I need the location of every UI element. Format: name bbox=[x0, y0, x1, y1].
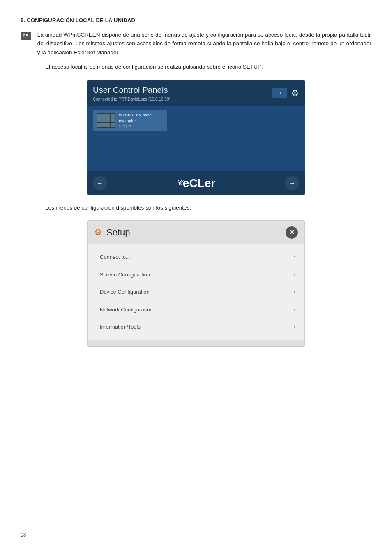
ucp-footer: ← 𝒞 eCLer → bbox=[87, 171, 305, 195]
menu-item-connect-arrow: › bbox=[294, 253, 295, 261]
menu-item-screen-config-label: Screen Configuration bbox=[100, 271, 150, 279]
section-heading: 5. CONFIGURACIÓN LOCAL DE LA UNIDAD bbox=[21, 16, 371, 25]
ucp-next-arrow[interactable]: → bbox=[285, 176, 299, 190]
thumb-cell bbox=[101, 118, 106, 122]
menu-item-network-config-label: Network Configuration bbox=[100, 306, 153, 314]
ucp-forward-icon[interactable]: → bbox=[272, 88, 287, 98]
ecler-logo: 𝒞 eCLer bbox=[177, 175, 215, 192]
setup-header-left: ⚙ Setup bbox=[94, 226, 130, 239]
setup-header: ⚙ Setup ✕ bbox=[88, 221, 304, 244]
thumb-grid bbox=[97, 114, 115, 127]
thumb-cell bbox=[106, 114, 110, 118]
setup-intro-paragraph: El acceso local a los menús de configura… bbox=[45, 62, 371, 71]
ucp-panel-pages: 5 Pages bbox=[119, 124, 163, 129]
ucp-header-icons: → ⚙ bbox=[272, 86, 299, 100]
setup-title: Setup bbox=[106, 226, 130, 239]
language-badge: ES bbox=[21, 32, 31, 40]
thumb-cell bbox=[111, 123, 115, 127]
thumb-cell bbox=[97, 118, 101, 122]
menu-item-device-config[interactable]: Device Configuration › bbox=[88, 283, 304, 301]
setup-gear-icon: ⚙ bbox=[94, 226, 102, 239]
setup-close-button[interactable]: ✕ bbox=[286, 226, 298, 239]
ucp-header-left: User Control Panels Connected to PRT-Dav… bbox=[93, 84, 171, 102]
ucp-gear-icon[interactable]: ⚙ bbox=[291, 86, 299, 100]
thumb-cell bbox=[97, 114, 101, 118]
menu-item-network-config-arrow: › bbox=[294, 306, 295, 314]
ucp-panel-info: WPSCREEN panel examples 5 Pages bbox=[119, 112, 163, 129]
thumb-cell bbox=[111, 114, 115, 118]
setup-body: Connect to... › Screen Configuration › D… bbox=[88, 244, 304, 340]
ucp-header: User Control Panels Connected to PRT-Dav… bbox=[87, 80, 305, 106]
ucp-title: User Control Panels bbox=[93, 84, 171, 96]
thumb-cell bbox=[101, 123, 106, 127]
setup-footer bbox=[88, 340, 304, 346]
setup-panel: ⚙ Setup ✕ Connect to... › Screen Configu… bbox=[87, 220, 305, 347]
menu-item-info-tools-arrow: › bbox=[294, 323, 295, 331]
menu-item-network-config[interactable]: Network Configuration › bbox=[88, 301, 304, 319]
thumb-cell bbox=[97, 123, 101, 127]
ucp-back-arrow[interactable]: ← bbox=[93, 176, 107, 190]
ucp-panel: User Control Panels Connected to PRT-Dav… bbox=[87, 80, 305, 195]
menu-item-info-tools-label: Information/Tools bbox=[100, 323, 141, 331]
menu-item-connect[interactable]: Connect to... › bbox=[88, 249, 304, 266]
menu-intro-paragraph: Los menús de configuración disponibles s… bbox=[45, 203, 371, 212]
ucp-subtitle: Connected to PRT-DavidLoza (10.0.10.69) bbox=[93, 96, 171, 102]
menu-item-device-config-arrow: › bbox=[294, 288, 295, 296]
ucp-panel-name: WPSCREEN panel examples bbox=[119, 112, 163, 124]
logo-ecler-text: eCLer bbox=[183, 175, 215, 192]
menu-item-info-tools[interactable]: Information/Tools › bbox=[88, 318, 304, 336]
panel-thumbnail bbox=[97, 113, 115, 128]
menu-item-connect-label: Connect to... bbox=[100, 253, 130, 261]
logo-w: 𝒞 bbox=[177, 177, 182, 189]
setup-menu-container: ⚙ Setup ✕ Connect to... › Screen Configu… bbox=[21, 220, 371, 347]
ucp-body: WPSCREEN panel examples 5 Pages bbox=[87, 106, 305, 171]
ucp-panel-item[interactable]: WPSCREEN panel examples 5 Pages bbox=[93, 110, 167, 131]
thumb-cell bbox=[106, 118, 110, 122]
thumb-cell bbox=[111, 118, 115, 122]
ucp-screenshot: User Control Panels Connected to PRT-Dav… bbox=[21, 80, 371, 195]
thumb-cell bbox=[106, 123, 110, 127]
thumb-cell bbox=[101, 114, 106, 118]
menu-item-screen-config-arrow: › bbox=[294, 271, 295, 279]
menu-item-device-config-label: Device Configuration bbox=[100, 288, 150, 296]
page-number: 18 bbox=[21, 531, 26, 539]
intro-paragraph: La unidad WPmSCREEN dispone de una serie… bbox=[37, 30, 371, 57]
menu-item-screen-config[interactable]: Screen Configuration › bbox=[88, 266, 304, 284]
